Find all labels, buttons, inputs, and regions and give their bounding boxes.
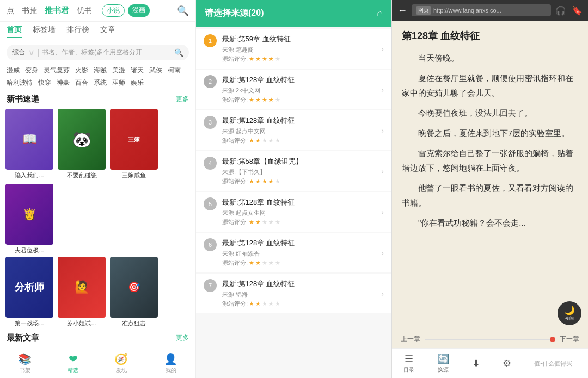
tag-item[interactable]: 火影 — [75, 66, 88, 75]
nav-item-books[interactable]: 书荒 — [22, 6, 37, 16]
nav-item-good[interactable]: 优书 — [77, 6, 92, 16]
source-info: 最新:第128章 血纹特征 来源:起点中文网 源站评分: ★★★★★ — [222, 116, 376, 145]
moon-icon: 🌙 — [564, 305, 575, 315]
tag-item[interactable]: 灵气复苏 — [44, 66, 70, 75]
night-mode-button[interactable]: 🌙 夜间 — [558, 301, 581, 325]
chevron-right-icon: › — [381, 45, 384, 53]
source-info: 最新:第58章【血缘诅咒】 来源:【下书久】 源站评分: ★★★★★ — [222, 157, 376, 185]
next-chapter-button[interactable]: 下一章 — [560, 334, 579, 344]
new-books-more-link[interactable]: 更多 — [176, 95, 189, 104]
paragraph-4: 晚餐之后，夏佐来到地下7层的实验室里。 — [402, 126, 578, 140]
chevron-right-icon: › — [381, 289, 384, 298]
panel-reader: ← 网页 http://www.fanqianxs.co... 🎧 🔖 第128… — [392, 0, 588, 378]
toc-icon: ☰ — [405, 353, 413, 365]
tag-item[interactable]: 快穿 — [38, 78, 51, 88]
book-cover: 🙋 — [58, 257, 106, 318]
source-item[interactable]: 4 最新:第58章【血缘诅咒】 来源:【下书久】 源站评分: ★★★★★ › — [196, 151, 391, 191]
book-item[interactable]: 👸 夫君位极... — [5, 184, 53, 255]
top-navigation: 点 书荒 推书君 优书 小说 漫画 🔍 — [0, 0, 195, 22]
bottom-nav-discover[interactable]: 🧭 发现 — [114, 352, 128, 374]
prev-chapter-button[interactable]: 上一章 — [401, 334, 420, 344]
nav-item-recommend[interactable]: 推书君 — [45, 5, 69, 16]
source-latest: 最新:第128章 血纹特征 — [222, 279, 376, 289]
bookmark-icon[interactable]: 🔖 — [572, 5, 583, 16]
source-rank-2: 2 — [204, 75, 217, 88]
bottom-nav-profile[interactable]: 👤 我的 — [164, 352, 177, 374]
tag-item[interactable]: 诸天 — [131, 66, 144, 75]
paragraph-2: 夏佐在餐厅里就餐，顺便使用密讯指环和在家中的安茹儿聊了会儿天。 — [402, 71, 578, 100]
reader-switch-source-button[interactable]: 🔄 换源 — [437, 353, 449, 374]
tab-ranking[interactable]: 排行榜 — [66, 25, 89, 38]
source-item[interactable]: 7 最新:第128章 血纹特征 来源:锦海 源站评分: ★★★★★ › — [196, 274, 391, 313]
source-origin: 来源:起点中文网 — [222, 127, 376, 135]
tag-item[interactable]: 系统 — [94, 78, 107, 88]
tag-item[interactable]: 神豪 — [57, 78, 70, 88]
tab-bar: 首页 标签墙 排行榜 文章 — [0, 22, 195, 41]
source-item[interactable]: 5 最新:第128章 血纹特征 来源:起点女生网 源站评分: ★★★★★ › — [196, 192, 391, 232]
tag-item[interactable]: 哈利波特 — [7, 78, 33, 88]
home-icon[interactable]: ⌂ — [377, 8, 383, 19]
book-item[interactable]: 分析师 第一战场... — [5, 257, 53, 327]
switch-source-icon: 🔄 — [437, 353, 449, 365]
tab-tags[interactable]: 标签墙 — [33, 25, 56, 38]
discover-icon: 🧭 — [114, 352, 128, 365]
tag-item[interactable]: 漫威 — [7, 66, 20, 75]
back-button[interactable]: ← — [397, 5, 407, 16]
tab-articles[interactable]: 文章 — [100, 25, 115, 38]
paragraph-7: "你在看武功秘籍？会不会走... — [402, 215, 578, 230]
toc-label: 目录 — [403, 366, 414, 374]
articles-section: 最新文章 更多 — [0, 330, 195, 348]
source-item[interactable]: 1 最新:第59章 血纹特征 来源:笔趣阁 源站评分: ★★★★★ › — [196, 29, 391, 69]
bottom-nav-featured[interactable]: ❤ 精选 — [68, 352, 78, 374]
book-title: 陷入我们... — [5, 171, 53, 179]
search-icon[interactable]: 🔍 — [177, 5, 189, 17]
articles-more-link[interactable]: 更多 — [176, 333, 189, 343]
tab-home[interactable]: 首页 — [7, 25, 22, 38]
bottom-nav-profile-label: 我的 — [166, 367, 176, 374]
source-item[interactable]: 3 最新:第128章 血纹特征 来源:起点中文网 源站评分: ★★★★★ › — [196, 110, 391, 150]
book-item[interactable]: 三嫁 三嫁咸鱼 — [110, 109, 158, 179]
reader-settings-button[interactable]: ⚙ — [503, 357, 511, 369]
source-info: 最新:第59章 血纹特征 来源:笔趣阁 源站评分: ★★★★★ — [222, 34, 376, 63]
book-title: 准点狙击 — [110, 319, 158, 327]
paragraph-5: 雷克索尔给自己整了一张舒服的躺椅，贴着墙边放下，悠闲地躺在上面守夜。 — [402, 146, 578, 175]
source-latest: 最新:第128章 血纹特征 — [222, 116, 376, 126]
tag-item[interactable]: 海贼 — [94, 66, 107, 75]
tag-item[interactable]: 巫师 — [112, 78, 125, 88]
tag-item[interactable]: 变身 — [25, 66, 38, 75]
url-bar[interactable]: 网页 http://www.fanqianxs.co... — [412, 4, 551, 16]
book-item[interactable]: 🐼 不要乱碰瓷 — [58, 109, 106, 179]
nav-item-dot[interactable]: 点 — [7, 6, 14, 16]
tag-item[interactable]: 娱乐 — [131, 78, 144, 88]
bottom-nav-bookshelf[interactable]: 📚 书架 — [18, 352, 32, 374]
book-item[interactable]: 🙋 苏小姐试... — [58, 257, 106, 327]
reader-download-button[interactable]: ⬇ — [472, 357, 480, 369]
source-rating: 源站评分: ★★★★★ — [222, 300, 376, 308]
chevron-right-icon: › — [381, 249, 384, 257]
search-bar[interactable]: 综合 ∨ 书名、作者、标签(多个用空格分开 🔍 — [7, 45, 189, 60]
source-rating: 源站评分: ★★★★★ — [222, 259, 376, 267]
book-title: 三嫁咸鱼 — [110, 171, 158, 179]
source-rank-6: 6 — [204, 238, 217, 251]
progress-line[interactable] — [425, 339, 555, 340]
tag-item[interactable]: 武侠 — [149, 66, 162, 75]
source-list: 1 最新:第59章 血纹特征 来源:笔趣阁 源站评分: ★★★★★ › 2 最新… — [196, 27, 391, 378]
chevron-right-icon: › — [381, 208, 384, 216]
search-category-select[interactable]: 综合 — [12, 48, 25, 57]
tag-item[interactable]: 美漫 — [112, 66, 125, 75]
badge-manga[interactable]: 漫画 — [128, 4, 150, 17]
badge-novel[interactable]: 小说 — [102, 4, 125, 17]
book-item[interactable]: 🎯 准点狙击 — [110, 257, 158, 327]
source-item[interactable]: 2 最新:第128章 血纹特征 来源:2k中文网 源站评分: ★★★★★ › — [196, 70, 391, 109]
headphones-icon[interactable]: 🎧 — [555, 5, 566, 16]
source-item[interactable]: 6 最新:第128章 血纹特征 来源:红袖添香 源站评分: ★★★★★ › — [196, 233, 391, 272]
book-grid-2: 分析师 第一战场... 🙋 苏小姐试... 🎯 准点狙击 — [0, 257, 195, 330]
reader-content[interactable]: 第128章 血纹特征 当天傍晚。 夏佐在餐厅里就餐，顺便使用密讯指环和在家中的安… — [392, 21, 588, 244]
chevron-right-icon: › — [381, 167, 384, 176]
tag-item[interactable]: 百合 — [75, 78, 88, 88]
tag-item[interactable]: 柯南 — [168, 66, 181, 75]
search-input[interactable]: 书名、作者、标签(多个用空格分开 — [42, 48, 171, 57]
reader-toc-button[interactable]: ☰ 目录 — [403, 353, 414, 374]
source-rating: 源站评分: ★★★★★ — [222, 177, 376, 185]
book-item[interactable]: 📖 陷入我们... — [5, 109, 53, 179]
